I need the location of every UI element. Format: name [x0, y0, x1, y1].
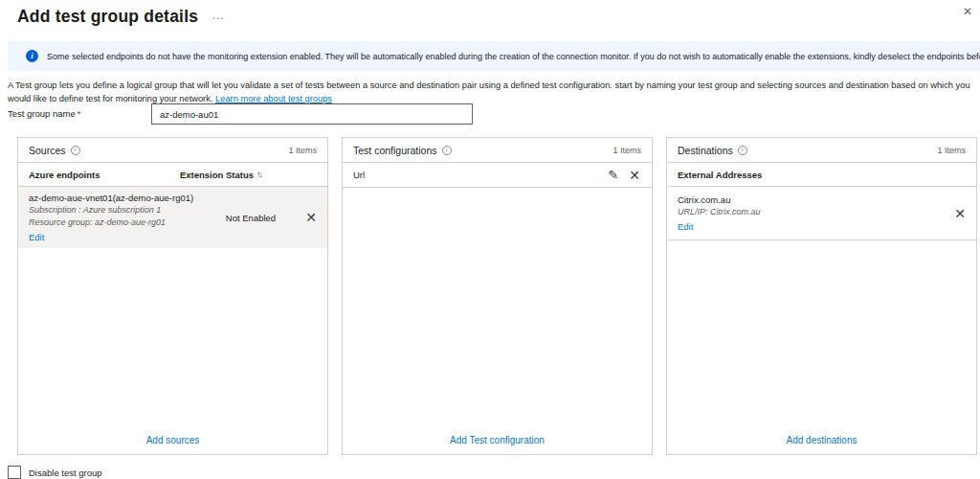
info-banner-text: Some selected endpoints do not have the … — [47, 52, 980, 61]
source-extension-status: Not Enabled — [216, 213, 285, 223]
sources-footer: Add sources — [18, 425, 327, 454]
test-configurations-info-icon[interactable]: i — [442, 146, 452, 155]
intro-description: A Test group lets you define a logical g… — [8, 80, 970, 103]
destination-row[interactable]: Citrix.com.au URL/IP: Citrix.com.au Edit… — [667, 187, 976, 240]
test-group-name-label: Test group name* — [8, 108, 80, 119]
destinations-footer: Add destinations — [667, 425, 976, 454]
destination-row-texts: Citrix.com.au URL/IP: Citrix.com.au Edit — [678, 194, 898, 233]
add-sources-link[interactable]: Add sources — [146, 435, 200, 445]
disable-test-group-row: Disable test group — [8, 466, 102, 479]
sources-item-count: 1 Items — [288, 146, 317, 155]
destinations-panel: Destinations i 1 Items External Addresse… — [666, 137, 977, 455]
test-configurations-title: Test configurations i — [353, 145, 452, 156]
test-group-name-row: Test group name* — [0, 103, 980, 126]
page-title: Add test group details — [17, 7, 198, 27]
destinations-empty-area — [667, 240, 976, 425]
intro-text: A Test group lets you define a logical g… — [8, 79, 976, 105]
sources-empty-area — [18, 248, 327, 425]
info-icon: i — [26, 50, 38, 62]
destinations-panel-header: Destinations i 1 Items — [667, 138, 976, 163]
destinations-column-header-row: External Addresses — [667, 163, 976, 187]
destinations-title: Destinations i — [678, 145, 747, 156]
test-configurations-footer: Add Test configuration — [343, 425, 652, 454]
test-group-name-input[interactable] — [151, 103, 473, 125]
test-configurations-item-count: 1 Items — [612, 146, 641, 155]
more-options-icon[interactable]: ⋯ — [212, 11, 224, 25]
source-row[interactable]: az-demo-aue-vnet01(az-demo-aue-rg01) Sub… — [18, 187, 327, 248]
source-name: az-demo-aue-vnet01(az-demo-aue-rg01) — [29, 192, 216, 204]
test-configurations-panel: Test configurations i 1 Items Url ✎ ✕ Ad… — [342, 137, 653, 455]
test-configuration-row[interactable]: Url ✎ ✕ — [343, 163, 652, 188]
sources-panel: Sources i 1 Items Azure endpoints Extens… — [17, 137, 328, 455]
source-subscription: Subscription : Azure subscription 1 — [29, 204, 216, 217]
disable-test-group-checkbox[interactable] — [8, 466, 21, 479]
column-external-addresses: External Addresses — [678, 170, 762, 180]
destination-edit-link[interactable]: Edit — [678, 220, 693, 233]
dialog-header: Add test group details ⋯ — [17, 7, 224, 27]
sources-column-header-row: Azure endpoints Extension Status ↑↓ — [18, 163, 327, 187]
destination-url: URL/IP: Citrix.com.au — [678, 206, 898, 218]
edit-pencil-icon[interactable]: ✎ — [608, 169, 618, 181]
test-configuration-name: Url — [353, 170, 365, 180]
column-azure-endpoints: Azure endpoints — [29, 170, 100, 180]
add-test-configuration-link[interactable]: Add Test configuration — [450, 435, 545, 445]
add-test-group-dialog: Add test group details ⋯ ✕ i Some select… — [0, 0, 980, 479]
source-row-texts: az-demo-aue-vnet01(az-demo-aue-rg01) Sub… — [29, 192, 216, 243]
add-destinations-link[interactable]: Add destinations — [787, 435, 858, 445]
source-resource-group: Resource group: az-demo-aue-rg01 — [29, 217, 216, 229]
info-banner: i Some selected endpoints do not have th… — [8, 41, 980, 71]
test-configuration-remove-icon[interactable]: ✕ — [627, 167, 642, 184]
column-extension-status: Extension Status ↑↓ — [180, 170, 261, 180]
disable-test-group-label: Disable test group — [29, 466, 102, 478]
sources-info-icon[interactable]: i — [71, 146, 80, 155]
required-asterisk: * — [78, 108, 81, 119]
test-configurations-empty-area — [343, 188, 652, 425]
learn-more-link[interactable]: Learn more about test groups — [215, 94, 332, 103]
test-configurations-panel-header: Test configurations i 1 Items — [343, 138, 652, 163]
sources-panel-header: Sources i 1 Items — [18, 138, 327, 163]
close-icon[interactable]: ✕ — [963, 6, 972, 17]
sort-icon[interactable]: ↑↓ — [256, 170, 261, 179]
destinations-item-count: 1 Items — [937, 146, 966, 155]
destination-name: Citrix.com.au — [678, 194, 898, 206]
test-configuration-actions: ✎ ✕ — [608, 167, 642, 184]
destination-remove-icon[interactable]: ✕ — [952, 205, 968, 222]
source-remove-icon[interactable]: ✕ — [303, 209, 319, 226]
sources-title: Sources i — [29, 145, 80, 156]
source-edit-link[interactable]: Edit — [29, 231, 44, 243]
destinations-info-icon[interactable]: i — [738, 146, 747, 155]
